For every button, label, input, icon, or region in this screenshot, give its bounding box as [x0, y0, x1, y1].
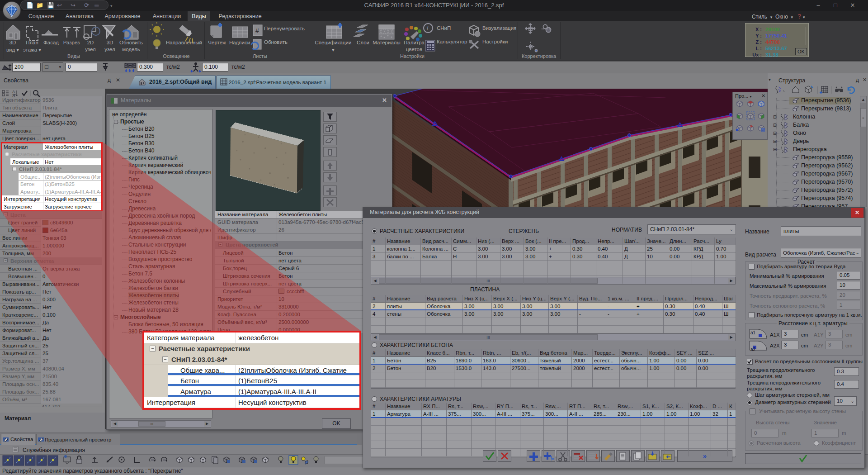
svg-text:Я: Я	[12, 93, 15, 97]
svg-text:#: #	[255, 27, 259, 34]
svg-text:a1: a1	[750, 330, 756, 335]
svg-text:a2: a2	[750, 347, 756, 352]
svg-text:i: i	[427, 25, 429, 32]
